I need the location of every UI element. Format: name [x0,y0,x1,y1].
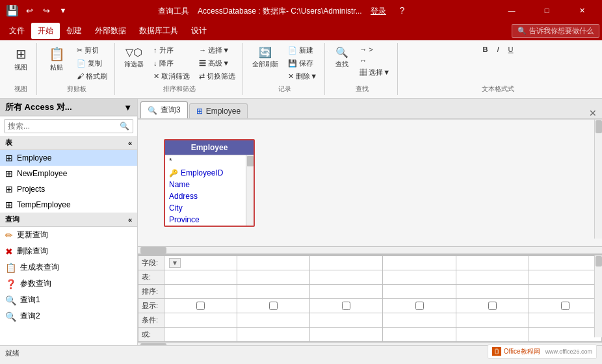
grid-cell-show-4[interactable] [383,299,456,313]
show-checkbox-5[interactable] [488,302,497,310]
show-checkbox-4[interactable] [415,302,424,310]
nav-item-tempemployee[interactable]: ⊞ TempEmployee [0,197,137,213]
nav-item-query-param[interactable]: ❓ 参数查询 [0,276,137,292]
grid-cell-field-2[interactable] [237,256,310,270]
tab-employee[interactable]: ⊞ Employee [189,103,248,118]
view-btn[interactable]: ⊞ 视图 [9,44,33,74]
grid-cell-table-4[interactable] [383,270,456,285]
field-address[interactable]: Address [165,190,254,202]
grid-cell-field-3[interactable] [310,256,383,270]
format-btn[interactable]: 🖌 格式刷 [73,70,111,83]
grid-cell-sort-3[interactable] [310,285,383,299]
nav-item-query1[interactable]: 🔍 查询1 [0,292,137,308]
nav-item-query-delete[interactable]: ✖ 删除查询 [0,243,137,259]
query-designer[interactable]: Employee * 🔑 EmployeeID Name Address [138,120,602,246]
customize-icon[interactable]: ▼ [56,3,70,18]
select2-btn[interactable]: ▦ 选择▼ [356,66,393,79]
nav-item-query-make[interactable]: 📋 生成表查询 [0,259,137,276]
nav-item-query2[interactable]: 🔍 查询2 [0,308,137,324]
grid-cell-show-1[interactable] [164,299,237,313]
grid-h-thumb[interactable] [140,343,166,346]
new-btn[interactable]: 📄 新建 [285,44,321,57]
grid-cell-sort-6[interactable] [529,285,601,299]
grid-cell-or-4[interactable] [383,328,456,342]
grid-cell-criteria-3[interactable] [310,313,383,328]
field-employeeid[interactable]: 🔑 EmployeeID [165,167,254,179]
nav-item-projects[interactable]: ⊞ Projects [0,181,137,197]
grid-cell-or-2[interactable] [237,328,310,342]
grid-cell-field-4[interactable] [383,256,456,270]
nav-search-btn[interactable]: 🔍 [116,120,133,132]
minimize-btn[interactable]: — [497,0,527,21]
find-btn[interactable]: 🔍 查找 [330,44,354,71]
h-scrollbar-top[interactable] [138,246,602,254]
save-rec-btn[interactable]: 💾 保存 [285,57,321,70]
field-city[interactable]: City [165,202,254,214]
show-checkbox-6[interactable] [561,302,569,310]
grid-cell-table-2[interactable] [237,270,310,285]
toggle-filter-btn[interactable]: ⇄ 切换筛选 [196,70,239,83]
grid-cell-show-5[interactable] [456,299,529,313]
tables-section-header[interactable]: 表 « [0,136,137,150]
copy-btn[interactable]: 📄 复制 [73,57,111,70]
menu-search[interactable]: 🔍 告诉我你想要做什么 [512,24,599,38]
descending-btn[interactable]: ↓ 降序 [150,57,193,70]
menu-db-tools[interactable]: 数据库工具 [133,23,185,39]
ascending-btn[interactable]: ↑ 升序 [150,44,193,57]
nav-item-newemployee[interactable]: ⊞ NewEmployee [0,166,137,181]
grid-cell-table-3[interactable] [310,270,383,285]
grid-cell-table-6[interactable] [529,270,601,285]
menu-file[interactable]: 文件 [3,23,31,39]
close-tab-btn[interactable]: ✕ [589,108,597,118]
grid-cell-or-5[interactable] [456,328,529,342]
grid-cell-field-5[interactable] [456,256,529,270]
table-v-scroll[interactable] [246,155,254,226]
grid-cell-criteria-2[interactable] [237,313,310,328]
advanced-btn[interactable]: ☰ 高级▼ [196,57,239,70]
menu-create[interactable]: 创建 [60,23,88,39]
grid-cell-table-5[interactable] [456,270,529,285]
undo-icon[interactable]: ↩ [22,3,36,18]
grid-cell-table-1[interactable] [164,270,237,285]
underline-btn[interactable]: U [505,44,517,55]
field-province[interactable]: Province [165,214,254,226]
save-icon[interactable]: 💾 [5,3,20,18]
menu-external[interactable]: 外部数据 [88,23,133,39]
nav-item-employee[interactable]: ⊞ Employee [0,150,137,166]
grid-cell-or-1[interactable] [164,328,237,342]
login-label[interactable]: 登录 [371,6,386,16]
grid-v-thumb[interactable] [595,256,602,266]
field-star[interactable]: * [165,155,254,167]
grid-cell-sort-2[interactable] [237,285,310,299]
nav-item-query-update[interactable]: ✏ 更新查询 [0,227,137,243]
select-btn[interactable]: → 选择▼ [196,44,239,57]
field-name[interactable]: Name [165,179,254,190]
grid-cell-show-2[interactable] [237,299,310,313]
maximize-btn[interactable]: □ [532,0,562,21]
redo-icon[interactable]: ↪ [39,3,53,18]
v-scrollbar[interactable] [594,120,602,239]
grid-cell-sort-4[interactable] [383,285,456,299]
close-btn[interactable]: ✕ [567,0,597,21]
paste-btn[interactable]: 📋 粘贴 [42,44,71,74]
dropdown-arrow[interactable]: ▼ [169,258,181,268]
grid-cell-criteria-5[interactable] [456,313,529,328]
grid-cell-criteria-4[interactable] [383,313,456,328]
help-btn[interactable]: ? [395,3,409,18]
grid-cell-show-3[interactable] [310,299,383,313]
grid-cell-criteria-1[interactable] [164,313,237,328]
tab-query3[interactable]: 🔍 查询3 [140,101,188,118]
v-scrollbar-thumb[interactable] [595,120,602,133]
show-checkbox-3[interactable] [342,302,350,310]
nav-search-input[interactable] [5,120,116,133]
grid-cell-sort-5[interactable] [456,285,529,299]
refresh-btn[interactable]: 🔄 全部刷新 [248,44,282,71]
delete-btn[interactable]: ✕ 删除▼ [285,70,321,83]
replace-btn[interactable]: ↔ [356,55,393,66]
grid-cell-criteria-6[interactable] [529,313,601,328]
bold-btn[interactable]: B [480,44,491,55]
show-checkbox-1[interactable] [196,302,205,310]
grid-cell-field-1[interactable]: ▼ [164,256,237,270]
cut-btn[interactable]: ✂ 剪切 [73,44,111,57]
show-checkbox-2[interactable] [269,302,278,310]
